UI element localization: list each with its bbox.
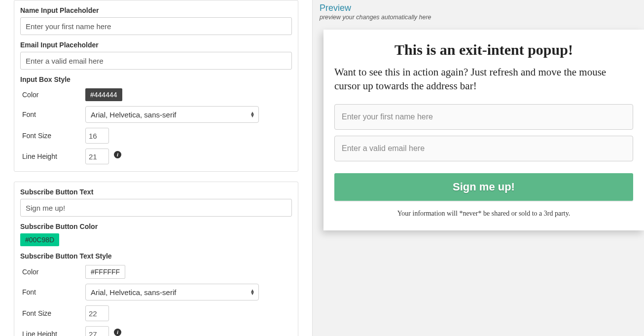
info-icon[interactable]: i xyxy=(114,151,121,158)
subscribe-font-select[interactable]: Arial, Helvetica, sans-serif xyxy=(85,284,259,300)
input-line-height-label: Line Height xyxy=(20,152,85,160)
editor-column: Name Input Placeholder Email Input Place… xyxy=(0,0,298,336)
name-placeholder-input[interactable] xyxy=(20,17,292,35)
preview-subtitle: preview your changes automatically here xyxy=(320,14,637,21)
email-placeholder-label: Email Input Placeholder xyxy=(20,41,292,49)
subscribe-button-panel: Subscribe Button Text Subscribe Button C… xyxy=(14,182,298,336)
popup-subheadline: Want to see this in action again? Just r… xyxy=(334,65,633,93)
subscribe-font-size-input[interactable] xyxy=(85,305,109,321)
subscribe-tcolor-label: Color xyxy=(20,268,85,276)
input-box-style-title: Input Box Style xyxy=(20,75,292,83)
popup-email-input[interactable] xyxy=(334,136,633,161)
subscribe-text-label: Subscribe Button Text xyxy=(20,188,292,196)
subscribe-line-height-label: Line Height xyxy=(20,330,85,336)
input-color-swatch[interactable]: #444444 xyxy=(85,88,122,101)
input-color-label: Color xyxy=(20,91,85,99)
subscribe-text-input[interactable] xyxy=(20,199,292,217)
preview-title: Preview xyxy=(320,3,637,13)
subscribe-color-swatch[interactable]: #00C98D xyxy=(20,233,59,246)
subscribe-color-label: Subscribe Button Color xyxy=(20,223,292,230)
input-font-size-input[interactable] xyxy=(85,128,109,144)
subscribe-line-height-input[interactable] xyxy=(85,326,109,336)
subscribe-tcolor-swatch[interactable]: #FFFFFF xyxy=(85,265,125,279)
popup-name-input[interactable] xyxy=(334,104,633,130)
subscribe-font-label: Font xyxy=(20,288,85,296)
input-line-height-input[interactable] xyxy=(85,149,109,164)
name-placeholder-label: Name Input Placeholder xyxy=(20,6,292,14)
email-placeholder-input[interactable] xyxy=(20,52,292,70)
popup-footer-text: Your information will *never* be shared … xyxy=(334,210,633,218)
subscribe-text-style-title: Subscribe Button Text Style xyxy=(20,252,292,260)
preview-column: Preview preview your changes automatical… xyxy=(312,0,644,336)
popup-preview: This is an exit-intent popup! Want to se… xyxy=(323,30,644,230)
input-font-label: Font xyxy=(20,111,85,118)
popup-headline: This is an exit-intent popup! xyxy=(334,41,633,58)
info-icon[interactable]: i xyxy=(114,329,121,336)
subscribe-font-size-label: Font Size xyxy=(20,309,85,317)
input-font-size-label: Font Size xyxy=(20,132,85,140)
popup-subscribe-button[interactable]: Sign me up! xyxy=(334,173,633,201)
input-font-select[interactable]: Arial, Helvetica, sans-serif xyxy=(85,106,259,123)
input-settings-panel: Name Input Placeholder Email Input Place… xyxy=(14,0,298,172)
